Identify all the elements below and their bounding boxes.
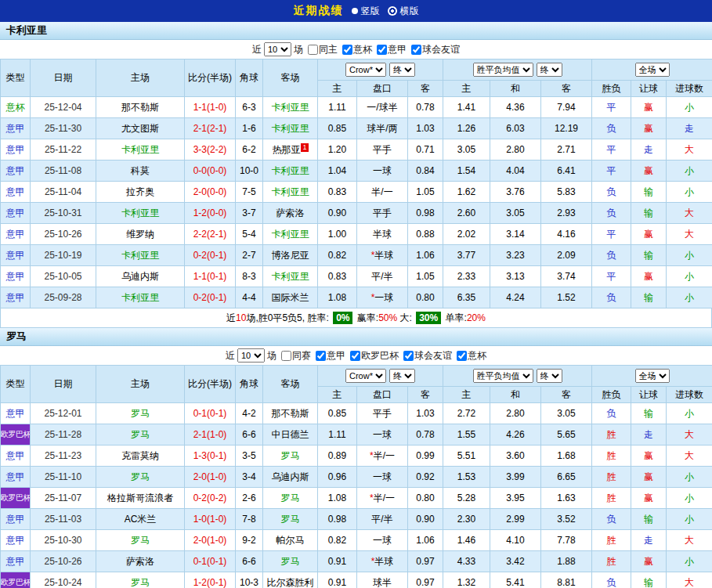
filter-option-3[interactable]: 欧罗巴杯 [350, 349, 399, 363]
match-row: 欧罗巴杯25-11-07格拉斯哥流浪者0-2(0-2)2-6罗马1.08*半/一… [1, 488, 712, 509]
summary-part: 大: [397, 312, 414, 325]
filter-checkbox-5[interactable] [457, 351, 467, 361]
filter-checkbox-1[interactable] [308, 45, 318, 55]
away-team-cell: 中日德兰 [263, 424, 318, 446]
summary-part: 0% [333, 312, 352, 324]
layout-option-vertical[interactable]: 竖版 [352, 5, 380, 18]
away-team-name: 罗马 [281, 450, 300, 461]
avg-away-cell: 2.93 [541, 203, 592, 224]
away-team-cell: 博洛尼亚 [263, 245, 318, 266]
away-team-name: 博洛尼亚 [272, 250, 309, 261]
avg-draw-cell: 4.26 [490, 424, 541, 446]
column-header-odds-away: 客 [408, 81, 443, 97]
avg-type-select[interactable]: 胜平负均值 [473, 63, 533, 77]
odds-company-select[interactable]: Crow* [345, 63, 386, 77]
odds-home-cell: 1.11 [318, 97, 357, 118]
near-label: 近 [226, 349, 235, 363]
team-name: 卡利亚里 [6, 23, 47, 38]
date-cell: 25-10-26 [31, 551, 96, 572]
filter-option-5[interactable]: 意杯 [457, 349, 486, 363]
odds-home-cell: 0.89 [318, 446, 357, 467]
handicap-result-cell: 输 [631, 287, 667, 308]
column-header-handicap-result: 让球 [631, 387, 667, 403]
radio-checked-icon [388, 6, 397, 16]
scope-select[interactable]: 全场 [635, 369, 670, 383]
score-cell: 0-2(0-1) [185, 287, 236, 308]
odds-away-cell: 0.78 [408, 97, 443, 118]
match-count-select[interactable]: 10 [264, 42, 291, 56]
filter-checkbox-2[interactable] [316, 351, 326, 361]
away-team-name: 卡利亚里 [272, 123, 309, 134]
layout-option-vertical-label: 竖版 [361, 5, 380, 18]
match-row: 意甲25-11-10罗马2-0(1-0)3-4乌迪内斯0.96一球0.921.5… [1, 467, 712, 488]
date-cell: 25-09-28 [31, 287, 96, 308]
scope-select[interactable]: 全场 [635, 63, 670, 77]
match-row: 意甲25-11-30尤文图斯2-1(2-1)1-6卡利亚里0.85球半/两1.0… [1, 118, 712, 139]
match-count-select[interactable]: 10 [237, 348, 265, 363]
score-cell: 2-1(1-0) [185, 424, 236, 446]
filter-option-2[interactable]: 意甲 [316, 349, 345, 363]
away-team-name: 比尔森胜利 [267, 577, 314, 588]
filter-checkbox-3[interactable] [377, 45, 387, 55]
handicap-cell: 一球 [357, 530, 408, 551]
filter-option-4[interactable]: 球会友谊 [403, 349, 452, 363]
column-header-avg-draw: 和 [490, 387, 541, 403]
filter-checkbox-1[interactable] [281, 351, 291, 361]
odds-group-header: Crow*终 [318, 366, 443, 387]
avg-time-select[interactable]: 终 [537, 63, 562, 77]
filter-option-4[interactable]: 球会友谊 [411, 43, 460, 56]
filter-checkbox-4[interactable] [403, 351, 414, 361]
handicap-result-cell: 赢 [631, 118, 667, 139]
home-team-cell: 卡利亚里 [96, 245, 185, 266]
handicap-cell: 一球 [357, 424, 408, 446]
date-cell: 25-10-05 [31, 266, 96, 287]
score-cell: 1-0(1-0) [185, 509, 236, 530]
layout-option-horizontal[interactable]: 横版 [388, 5, 419, 18]
filter-option-3[interactable]: 意甲 [377, 43, 407, 56]
date-cell: 25-10-30 [31, 530, 96, 551]
summary-part: 30% [416, 312, 441, 324]
home-team-name: 萨索洛 [126, 556, 154, 567]
column-header-avg-away: 客 [541, 81, 592, 97]
filter-option-2[interactable]: 意杯 [342, 43, 372, 56]
match-row: 欧罗巴杯25-10-24罗马1-2(0-1)10-3比尔森胜利0.91球半0.9… [1, 572, 712, 588]
odds-home-cell: 0.90 [318, 203, 357, 224]
away-team-cell: 帕尔马 [263, 530, 318, 551]
league-cell: 意甲 [1, 530, 31, 551]
avg-draw-cell: 3.99 [490, 467, 541, 488]
filter-checkbox-3[interactable] [350, 351, 360, 361]
score-cell: 2-2(2-1) [185, 224, 236, 245]
avg-time-select[interactable]: 终 [537, 369, 562, 383]
league-cell: 意甲 [1, 287, 31, 308]
odds-time-select[interactable]: 终 [389, 369, 415, 383]
handicap-cell: 一球 [357, 467, 408, 488]
odds-time-select[interactable]: 终 [389, 63, 415, 77]
odds-company-select[interactable]: Crow* [345, 369, 386, 383]
column-header-type: 类型 [1, 366, 31, 403]
score-cell: 0-1(0-1) [185, 551, 236, 572]
filter-checkbox-4[interactable] [411, 45, 421, 55]
filter-checkbox-2[interactable] [342, 45, 352, 55]
goals-result-cell: 小 [667, 266, 712, 287]
avg-draw-cell: 4.04 [490, 161, 541, 182]
score-cell: 2-0(0-0) [185, 182, 236, 203]
odds-away-cell: 0.98 [408, 203, 443, 224]
avg-type-select[interactable]: 胜平负均值 [473, 369, 533, 383]
score-cell: 0-1(0-1) [185, 403, 236, 424]
corner-cell: 3-7 [236, 203, 263, 224]
scope-group-header: 全场 [592, 60, 712, 81]
filter-option-1[interactable]: 同主 [308, 43, 338, 56]
handicap-result-cell: 输 [631, 403, 667, 424]
corner-cell: 6-2 [236, 139, 263, 161]
avg-away-cell: 2.09 [541, 245, 592, 266]
avg-home-cell: 1.55 [443, 424, 490, 446]
home-team-cell: 卡利亚里 [96, 139, 185, 161]
avg-home-cell: 3.05 [443, 139, 490, 161]
odds-away-cell: 1.06 [408, 245, 443, 266]
avg-draw-cell: 4.24 [490, 287, 541, 308]
goals-result-cell: 小 [667, 287, 712, 308]
handicap-cell: 平手 [357, 203, 408, 224]
odds-away-cell: 0.80 [408, 488, 443, 509]
column-header-odds-home: 主 [318, 387, 357, 403]
filter-option-1[interactable]: 同赛 [281, 349, 311, 363]
